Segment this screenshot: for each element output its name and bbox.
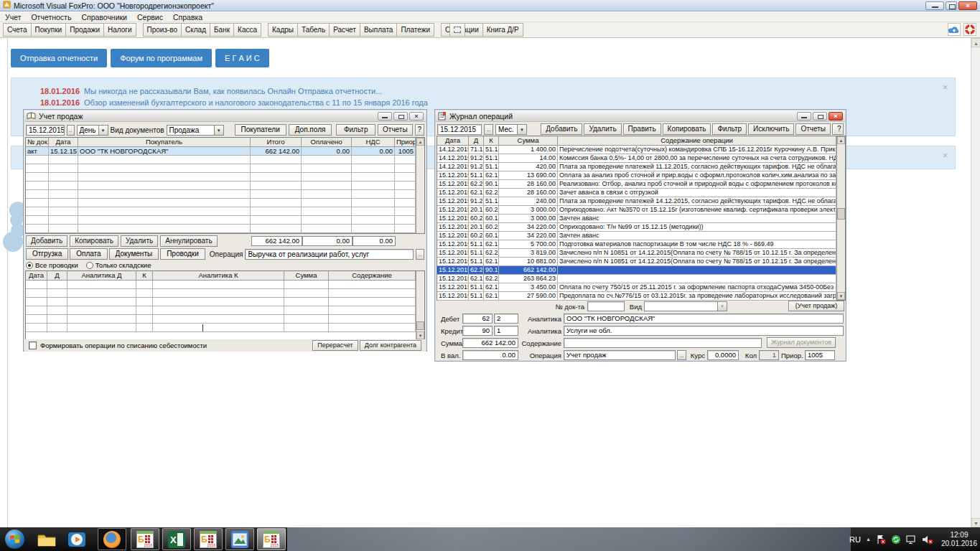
journal-period-select[interactable]: Мес.▼	[495, 124, 527, 135]
journal-row[interactable]: 14.12.201591.251.1420.00Плата за проведе…	[437, 163, 836, 171]
table-row[interactable]	[26, 281, 416, 289]
taskbar-imageviewer-button[interactable]	[225, 528, 254, 550]
toolbar-button[interactable]: Произ-во	[143, 23, 182, 37]
scroll-thumb[interactable]	[837, 208, 845, 220]
sales-period-select[interactable]: День▼	[77, 125, 108, 136]
subtab[interactable]: Оплата	[70, 248, 107, 260]
doc-no-field[interactable]	[587, 301, 625, 311]
sales-action-button[interactable]: Аннулировать	[160, 235, 217, 247]
debet-sub-field[interactable]: 2	[494, 314, 518, 324]
quick-button[interactable]: Е Г А И С	[215, 49, 269, 67]
taskbar-app-button-2[interactable]: Б2016	[194, 528, 223, 550]
tray-expand-icon[interactable]: ▲	[866, 537, 871, 542]
taskbar-excel-button[interactable]: X	[162, 528, 191, 550]
journal-row[interactable]: 15.12.201551.162.23 819.00Зачислено п/п …	[437, 249, 836, 258]
journal-action-button[interactable]: Исключить	[748, 123, 794, 135]
table-row[interactable]	[26, 173, 416, 182]
start-button[interactable]	[5, 529, 24, 549]
toolbar-button[interactable]: Покупки	[31, 23, 66, 37]
table-row[interactable]	[26, 190, 416, 199]
help-lifebuoy-button[interactable]	[963, 23, 976, 36]
table-row[interactable]	[26, 315, 416, 324]
toolbar-button[interactable]: Кадры	[268, 23, 297, 37]
sales-table-scrollbar[interactable]: ▲	[416, 138, 424, 233]
journal-row[interactable]: 15.12.201520.160.23 000.00Оприходовано: …	[437, 206, 836, 215]
volume-muted-icon[interactable]	[922, 534, 933, 545]
toolbar-button[interactable]: Склад	[181, 23, 210, 37]
news-link[interactable]: Обзор изменений бухгалтерского и налогов…	[84, 98, 428, 107]
menu-item[interactable]: Справка	[168, 13, 207, 22]
checkbox-icon[interactable]	[29, 342, 37, 349]
sales-date-picker-button[interactable]: ..	[67, 125, 75, 136]
journal-row[interactable]: 15.12.201551.162.127 590.00Предоплата по…	[437, 292, 836, 301]
taskbar-app-button-1[interactable]: Б2016	[131, 528, 159, 550]
journal-date-input[interactable]: 15.12.2015	[437, 124, 482, 135]
kurs-field[interactable]: 0.0000	[707, 350, 739, 360]
table-row[interactable]	[26, 306, 416, 315]
toolbar-button[interactable]: Налоги	[103, 23, 136, 37]
journal-action-button[interactable]: Копировать	[663, 123, 711, 135]
taskbar-firefox-button[interactable]	[98, 528, 126, 550]
news-link[interactable]: Мы никогда не рассказывали Вам, как появ…	[84, 87, 382, 95]
menu-item[interactable]: Отчетность	[26, 13, 76, 22]
scroll-up-icon[interactable]: ▲	[416, 138, 424, 146]
journal-row[interactable]: 15.12.201551.162.13 450.00Оплата по счет…	[437, 283, 836, 292]
sales-maximize-button[interactable]	[393, 112, 408, 121]
quick-button[interactable]: Отправка отчетности	[11, 49, 107, 67]
sales-filter-button[interactable]: Фильтр	[336, 124, 375, 136]
action-center-flag-icon[interactable]	[876, 534, 886, 545]
scroll-up-icon[interactable]: ▲	[837, 136, 845, 144]
table-row[interactable]	[26, 164, 416, 173]
minimize-button[interactable]	[925, 1, 944, 10]
mdi-scrollbar[interactable]: ▲ ▼	[971, 38, 980, 527]
table-row[interactable]	[26, 182, 416, 190]
journal-action-button[interactable]: Править	[623, 123, 661, 135]
toolbar-button[interactable]: Платежи	[396, 23, 434, 37]
kredit-account-field[interactable]: 90	[462, 326, 493, 336]
journal-row[interactable]: 14.12.201591.251.114.00Комиссия банка 0,…	[437, 154, 836, 163]
sales-reports-button[interactable]: Отчеты	[378, 124, 413, 136]
table-row[interactable]: акт15.12.15ООО "ТК НОВГОРОДСКАЯ"662 142.…	[26, 147, 416, 156]
news-close-icon-2[interactable]: ×	[943, 152, 948, 159]
journal-action-button[interactable]: Добавить	[541, 123, 582, 135]
recalc-button[interactable]: Перерасчет	[312, 340, 358, 351]
journal-maximize-button[interactable]	[813, 112, 827, 121]
scroll-thumb[interactable]	[416, 321, 424, 330]
table-row[interactable]	[26, 156, 416, 164]
radio-warehouse-only[interactable]: Только складские	[86, 261, 151, 269]
subtab[interactable]: Проводки	[160, 248, 205, 260]
menu-item[interactable]: Справочники	[76, 13, 132, 22]
debet-account-field[interactable]: 62	[462, 314, 493, 324]
journal-date-picker-button[interactable]: ..	[484, 124, 493, 135]
journal-row[interactable]: 15.12.201562.290.1662 142.00	[437, 266, 836, 275]
toolbar-button[interactable]: Счета	[3, 23, 31, 37]
network-icon[interactable]	[906, 534, 917, 545]
table-row[interactable]	[26, 298, 416, 306]
journal-close-button[interactable]: ×	[829, 112, 843, 121]
analytics-k-field[interactable]: Услуги не обл.	[564, 326, 844, 336]
journal-scrollbar[interactable]: ▲ ▼	[836, 136, 845, 300]
journal-row[interactable]: 15.12.201520.160.234 220.00Оприходовано:…	[437, 223, 836, 232]
journal-row[interactable]: 15.12.201562.290.128 160.00Реализовано: …	[437, 180, 836, 189]
scroll-down-icon[interactable]: ▼	[971, 518, 980, 527]
journal-row[interactable]: 15.12.201551.162.113 690.00Оплата за ана…	[437, 171, 836, 180]
news-close-icon[interactable]: ×	[943, 84, 948, 91]
doc-kind-select[interactable]: Продажа▼	[167, 125, 224, 136]
toolbar-button[interactable]: Выплата	[360, 23, 396, 37]
toolbar-button[interactable]: Табель	[297, 23, 329, 37]
table-row[interactable]	[26, 324, 416, 332]
journal-action-button[interactable]: Отчеты	[795, 123, 831, 135]
subtab[interactable]: Документы	[109, 248, 159, 260]
sales-action-button[interactable]: Копировать	[70, 235, 118, 247]
scroll-up-icon[interactable]: ▲	[971, 38, 980, 47]
clock[interactable]: 12:09 20.01.2016	[941, 531, 977, 548]
journal-row[interactable]: 15.12.201551.162.110 881.00Зачислено п/п…	[437, 258, 836, 266]
journal-row[interactable]: 15.12.201562.162.228 160.00Зачет аванса …	[437, 189, 836, 197]
taskbar-explorer-icon[interactable]	[36, 530, 57, 549]
journal-action-button[interactable]: Удалить	[584, 123, 621, 135]
prior-field[interactable]: 1005	[805, 350, 835, 360]
tab-extra-fields[interactable]: Доп.поля	[289, 124, 332, 136]
journal-row[interactable]: 15.12.201591.251.1240.00Плата за проведе…	[437, 197, 836, 206]
table-row[interactable]	[26, 289, 416, 298]
uchet-prodazh-button[interactable]: (Учет продаж)	[788, 301, 844, 311]
